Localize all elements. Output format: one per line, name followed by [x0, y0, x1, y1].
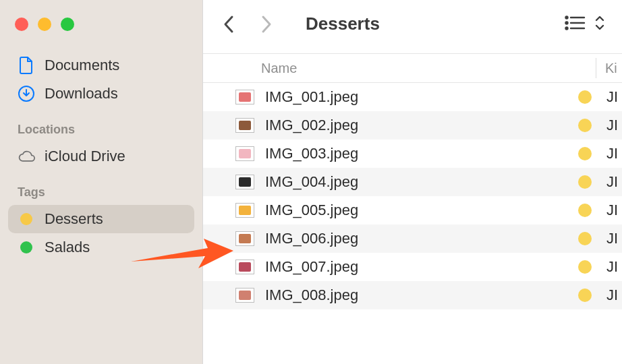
file-thumbnail: [235, 288, 254, 303]
sidebar-item-downloads[interactable]: Downloads: [8, 80, 194, 108]
file-kind: JI: [606, 230, 618, 247]
tag-dot-icon: [578, 175, 592, 189]
file-name: IMG_005.jpeg: [265, 202, 622, 219]
sidebar-item-label: Downloads: [45, 85, 118, 102]
column-kind[interactable]: Ki: [605, 54, 617, 82]
sidebar-group-locations: Locations: [8, 108, 194, 142]
file-row[interactable]: IMG_003.jpegJI: [203, 140, 622, 168]
sidebar-group-tags: Tags: [8, 171, 194, 205]
file-tag-and-kind: JI: [578, 286, 618, 304]
file-tag-and-kind: JI: [578, 202, 618, 219]
zoom-window-button[interactable]: [61, 18, 74, 31]
file-tag-and-kind: JI: [578, 88, 618, 106]
sidebar-tag-desserts[interactable]: Desserts: [8, 205, 194, 233]
svg-point-1: [566, 16, 568, 18]
file-tag-and-kind: JI: [578, 258, 618, 276]
file-thumbnail: [235, 203, 254, 218]
view-controls: [564, 15, 606, 34]
file-kind: JI: [606, 202, 618, 219]
file-list: IMG_001.jpegJIIMG_002.jpegJIIMG_003.jpeg…: [203, 83, 622, 364]
sidebar-item-icloud-drive[interactable]: iCloud Drive: [8, 142, 194, 171]
window-controls: [8, 12, 194, 51]
tag-dot-icon: [578, 260, 592, 274]
file-kind: JI: [606, 258, 618, 276]
file-tag-and-kind: JI: [578, 145, 618, 162]
download-icon: [18, 85, 35, 102]
document-icon: [18, 57, 35, 74]
sort-menu-icon[interactable]: [594, 15, 606, 34]
file-name: IMG_004.jpeg: [265, 173, 622, 191]
minimize-window-button[interactable]: [38, 18, 51, 31]
file-kind: JI: [606, 286, 618, 304]
sidebar: Documents Downloads Locations iCloud Dri…: [0, 0, 202, 364]
file-kind: JI: [606, 117, 618, 134]
file-tag-and-kind: JI: [578, 173, 618, 191]
file-kind: JI: [606, 173, 618, 191]
sidebar-item-documents[interactable]: Documents: [8, 51, 194, 80]
file-row[interactable]: IMG_008.jpegJI: [203, 281, 622, 309]
file-tag-and-kind: JI: [578, 230, 618, 247]
file-row[interactable]: IMG_001.jpegJI: [203, 83, 622, 111]
main-pane: Desserts Name Ki IMG_001.jpegJIIMG_002.j…: [202, 0, 622, 364]
back-button[interactable]: [219, 15, 238, 34]
file-thumbnail: [235, 231, 254, 246]
sidebar-item-label: Documents: [45, 57, 119, 74]
file-thumbnail: [235, 146, 254, 161]
close-window-button[interactable]: [15, 18, 28, 31]
file-name: IMG_008.jpeg: [265, 286, 622, 304]
svg-point-3: [566, 22, 568, 24]
tag-dot-icon: [578, 289, 592, 302]
column-header: Name Ki: [203, 53, 622, 83]
column-name[interactable]: Name: [203, 61, 622, 76]
tag-dot-icon: [578, 232, 592, 245]
column-divider[interactable]: [596, 58, 596, 78]
sidebar-tag-salads[interactable]: Salads: [8, 233, 194, 262]
sidebar-item-label: Desserts: [45, 210, 103, 228]
tag-dot-icon: [578, 204, 592, 217]
file-name: IMG_007.jpeg: [265, 258, 622, 276]
file-tag-and-kind: JI: [578, 117, 618, 134]
tag-dot-icon: [578, 119, 592, 132]
file-name: IMG_002.jpeg: [265, 117, 622, 134]
sidebar-item-label: Salads: [45, 239, 90, 256]
file-row[interactable]: IMG_005.jpegJI: [203, 196, 622, 224]
tag-dot-icon: [18, 239, 35, 256]
folder-title: Desserts: [306, 13, 564, 34]
file-thumbnail: [235, 118, 254, 133]
toolbar: Desserts: [203, 0, 622, 53]
nav-arrows: [219, 15, 276, 34]
list-view-icon[interactable]: [564, 15, 587, 34]
file-thumbnail: [235, 90, 254, 104]
file-row[interactable]: IMG_007.jpegJI: [203, 253, 622, 281]
file-kind: JI: [606, 145, 618, 162]
file-row[interactable]: IMG_004.jpegJI: [203, 168, 622, 196]
file-name: IMG_006.jpeg: [265, 230, 622, 247]
cloud-icon: [18, 148, 35, 165]
file-row[interactable]: IMG_002.jpegJI: [203, 111, 622, 140]
file-name: IMG_003.jpeg: [265, 145, 622, 162]
sidebar-item-label: iCloud Drive: [45, 148, 125, 165]
svg-point-5: [566, 27, 568, 29]
file-thumbnail: [235, 175, 254, 189]
file-name: IMG_001.jpeg: [265, 88, 622, 106]
forward-button[interactable]: [257, 15, 276, 34]
file-row[interactable]: IMG_006.jpegJI: [203, 224, 622, 253]
tag-dot-icon: [578, 147, 592, 160]
file-thumbnail: [235, 260, 254, 274]
tag-dot-icon: [18, 210, 35, 228]
file-kind: JI: [606, 88, 618, 106]
tag-dot-icon: [578, 90, 592, 104]
